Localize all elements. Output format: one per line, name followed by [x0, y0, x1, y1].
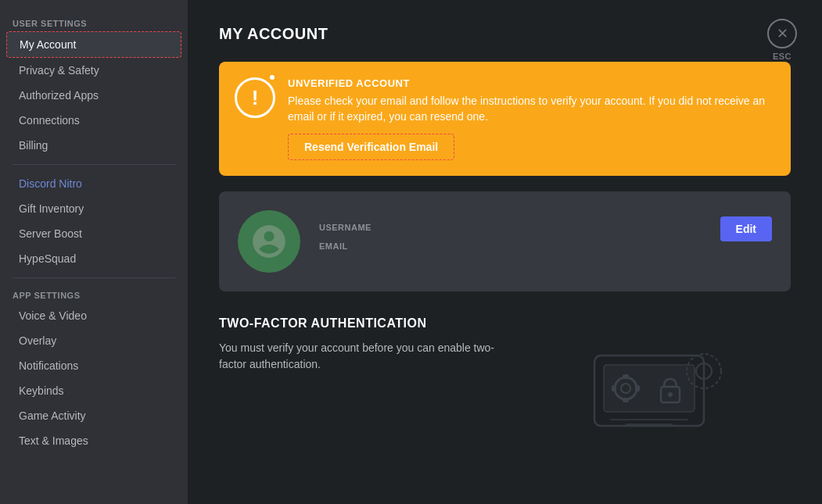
- unverified-text: UNVERIFIED ACCOUNT Please check your ema…: [288, 77, 775, 160]
- resend-verification-button[interactable]: Resend Verification Email: [288, 134, 454, 160]
- email-label: EMAIL: [319, 241, 702, 251]
- two-factor-description: You must verify your account before you …: [219, 340, 516, 373]
- two-factor-section: TWO-FACTOR AUTHENTICATION You must verif…: [219, 316, 791, 449]
- divider-2: [13, 277, 175, 278]
- sidebar-item-discord-nitro[interactable]: Discord Nitro: [6, 171, 181, 196]
- svg-rect-6: [612, 385, 616, 391]
- avatar: [238, 210, 300, 273]
- sidebar-item-billing[interactable]: Billing: [6, 133, 181, 158]
- app-settings-label: APP SETTINGS: [0, 284, 188, 303]
- esc-label: ESC: [773, 52, 791, 61]
- sidebar-item-label: Authorized Apps: [19, 89, 99, 102]
- sidebar-item-authorized-apps[interactable]: Authorized Apps: [6, 83, 181, 108]
- sidebar-item-keybinds[interactable]: Keybinds: [6, 378, 181, 403]
- svg-rect-1: [604, 365, 695, 412]
- warning-icon: !: [235, 77, 275, 118]
- sidebar-item-label: HypeSquad: [19, 252, 76, 265]
- account-info: USERNAME EMAIL: [319, 223, 702, 260]
- sidebar-item-label: Notifications: [19, 359, 78, 372]
- svg-rect-7: [635, 385, 640, 391]
- close-button[interactable]: ✕: [767, 19, 797, 48]
- sidebar-item-label: Connections: [19, 114, 80, 127]
- edit-button[interactable]: Edit: [720, 216, 772, 241]
- sidebar-item-privacy-safety[interactable]: Privacy & Safety: [6, 58, 181, 83]
- sidebar-item-notifications[interactable]: Notifications: [6, 353, 181, 378]
- sidebar-item-label: Overlay: [19, 334, 56, 347]
- main-content: ✕ ESC MY ACCOUNT ! UNVERIFIED ACCOUNT Pl…: [188, 0, 822, 504]
- sidebar-item-label: My Account: [20, 38, 76, 51]
- account-card: USERNAME EMAIL Edit: [219, 191, 791, 291]
- svg-rect-4: [623, 374, 629, 379]
- divider-1: [13, 164, 175, 165]
- svg-rect-5: [623, 398, 629, 402]
- sidebar-item-connections[interactable]: Connections: [6, 108, 181, 133]
- sidebar-item-hypesquad[interactable]: HypeSquad: [6, 246, 181, 271]
- sidebar-item-label: Keybinds: [19, 384, 64, 397]
- sidebar-item-overlay[interactable]: Overlay: [6, 328, 181, 353]
- esc-container: ✕ ESC: [767, 19, 797, 61]
- sidebar-item-label: Text & Images: [19, 434, 88, 447]
- username-field-row: USERNAME: [319, 223, 702, 232]
- sidebar-item-game-activity[interactable]: Game Activity: [6, 403, 181, 428]
- two-factor-content: You must verify your account before you …: [219, 340, 791, 449]
- sidebar-item-voice-video[interactable]: Voice & Video: [6, 303, 181, 328]
- sidebar-item-label: Game Activity: [19, 409, 86, 422]
- sidebar-item-label: Billing: [19, 139, 48, 152]
- sidebar-item-gift-inventory[interactable]: Gift Inventory: [6, 196, 181, 221]
- sidebar-item-server-boost[interactable]: Server Boost: [6, 221, 181, 246]
- two-factor-title: TWO-FACTOR AUTHENTICATION: [219, 316, 791, 331]
- sidebar-item-label: Gift Inventory: [19, 202, 84, 215]
- two-factor-illustration: [547, 340, 751, 449]
- sidebar-item-label: Server Boost: [19, 227, 82, 240]
- sidebar: USER SETTINGS My Account Privacy & Safet…: [0, 0, 188, 504]
- page-title: MY ACCOUNT: [219, 25, 791, 43]
- sidebar-item-label: Privacy & Safety: [19, 64, 99, 77]
- sidebar-item-my-account[interactable]: My Account: [6, 31, 181, 58]
- sidebar-item-label: Discord Nitro: [19, 177, 82, 190]
- unverified-title: UNVERIFIED ACCOUNT: [288, 77, 775, 89]
- user-settings-label: USER SETTINGS: [0, 13, 188, 31]
- email-field-row: EMAIL: [319, 241, 702, 251]
- avatar-icon: [249, 221, 289, 262]
- svg-point-9: [668, 392, 673, 397]
- sidebar-item-label: Voice & Video: [19, 309, 87, 322]
- unverified-desc: Please check your email and follow the i…: [288, 94, 775, 124]
- sidebar-item-text-images[interactable]: Text & Images: [6, 428, 181, 453]
- username-label: USERNAME: [319, 223, 702, 232]
- unverified-banner: ! UNVERIFIED ACCOUNT Please check your e…: [219, 62, 791, 176]
